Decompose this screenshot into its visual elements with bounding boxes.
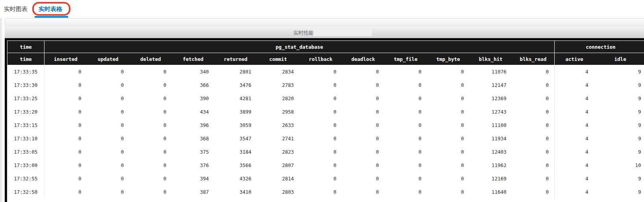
cell-tmp_byte: 0 (427, 145, 470, 158)
cell-deadlock: 0 (342, 132, 385, 145)
table-row: 17:33:2500039042812820000012369049 (7, 92, 644, 105)
cell-tmp_file: 0 (385, 185, 427, 198)
cell-fetched: 375 (172, 145, 215, 158)
cell-time: 17:33:10 (7, 132, 44, 145)
cell-active: 4 (555, 65, 594, 78)
column-header-deleted: deleted (130, 53, 172, 65)
header-column-row: timeinsertedupdateddeletedfetchedreturne… (7, 53, 644, 65)
cell-active: 4 (555, 105, 594, 118)
cell-blks_read: 0 (512, 132, 555, 145)
cell-commit: 2823 (257, 145, 300, 158)
cell-idle: 9 (594, 145, 644, 158)
cell-fetched: 394 (172, 172, 215, 185)
cell-returned: 3059 (215, 118, 257, 132)
cell-idle: 9 (594, 105, 644, 118)
tab-realtime-chart[interactable]: 实时图表 (4, 6, 28, 13)
cell-rollback: 0 (300, 172, 342, 185)
cell-tmp_file: 0 (385, 172, 427, 185)
panel-title: 实时性能 (293, 29, 314, 37)
panel-header: 实时性能 (5, 26, 644, 38)
cell-returned: 3476 (215, 78, 257, 92)
panel-header-highlight (313, 29, 372, 36)
cell-active: 4 (555, 78, 594, 92)
cell-commit: 2820 (257, 92, 300, 105)
cell-tmp_byte: 0 (427, 92, 470, 105)
cell-returned: 3547 (215, 132, 257, 145)
cell-tmp_file: 0 (385, 145, 427, 158)
cell-inserted: 0 (44, 78, 87, 92)
cell-deleted: 0 (130, 158, 172, 172)
cell-updated: 0 (87, 92, 130, 105)
cell-deadlock: 0 (342, 172, 385, 185)
cell-returned: 2801 (215, 65, 257, 78)
cell-deadlock: 0 (342, 145, 385, 158)
performance-panel: 实时性能 timepg_stat_databaseconnectiontimei… (5, 18, 644, 202)
cell-inserted: 0 (44, 105, 87, 118)
cell-commit: 2783 (257, 78, 300, 92)
cell-tmp_byte: 0 (427, 172, 470, 185)
cell-returned: 4326 (215, 172, 257, 185)
column-header-idle: idle (594, 53, 644, 65)
cell-tmp_file: 0 (385, 158, 427, 172)
column-header-deadlock: deadlock (342, 53, 385, 65)
cell-deleted: 0 (130, 172, 172, 185)
cell-updated: 0 (87, 158, 130, 172)
cell-tmp_file: 0 (385, 105, 427, 118)
cell-blks_hit: 12169 (470, 172, 512, 185)
cell-blks_read: 0 (512, 145, 555, 158)
cell-fetched: 368 (172, 132, 215, 145)
cell-blks_read: 0 (512, 92, 555, 105)
cell-blks_hit: 12743 (470, 105, 512, 118)
cell-blks_read: 0 (512, 105, 555, 118)
table-row: 17:32:5500039443262814000012169049 (7, 172, 644, 185)
cell-time: 17:33:05 (7, 145, 44, 158)
cell-returned: 3184 (215, 145, 257, 158)
group-header-time: time (7, 41, 44, 53)
cell-blks_hit: 11100 (470, 118, 512, 132)
cell-updated: 0 (87, 118, 130, 132)
cell-blks_hit: 11640 (470, 185, 512, 198)
cell-deleted: 0 (130, 65, 172, 78)
cell-idle: 9 (594, 172, 644, 185)
cell-time: 17:33:30 (7, 78, 44, 92)
cell-rollback: 0 (300, 105, 342, 118)
cell-tmp_byte: 0 (427, 158, 470, 172)
cell-time: 17:32:55 (7, 172, 44, 185)
cell-tmp_byte: 0 (427, 78, 470, 92)
cell-blks_read: 0 (512, 158, 555, 172)
table-row: 17:32:5000038734102803000011640049 (7, 185, 644, 198)
cell-fetched: 340 (172, 65, 215, 78)
table-head: timepg_stat_databaseconnectiontimeinsert… (7, 41, 644, 65)
cell-tmp_file: 0 (385, 118, 427, 132)
cell-returned: 3410 (215, 185, 257, 198)
cell-deadlock: 0 (342, 158, 385, 172)
cell-commit: 2958 (257, 105, 300, 118)
cell-deadlock: 0 (342, 65, 385, 78)
cell-deleted: 0 (130, 118, 172, 132)
table-row: 17:33:1500039630592633000011100049 (7, 118, 644, 132)
cell-active: 4 (555, 158, 594, 172)
cell-updated: 0 (87, 145, 130, 158)
tab-realtime-table[interactable]: 实时表格 (39, 6, 62, 13)
cell-inserted: 0 (44, 132, 87, 145)
cell-inserted: 0 (44, 145, 87, 158)
cell-blks_read: 0 (512, 78, 555, 92)
cell-blks_hit: 11076 (470, 65, 512, 78)
cell-idle: 9 (594, 78, 644, 92)
cell-updated: 0 (87, 185, 130, 198)
cell-commit: 2814 (257, 172, 300, 185)
table-row: 17:33:3500034028012834000011076049 (7, 65, 644, 78)
cell-deleted: 0 (130, 132, 172, 145)
cell-blks_hit: 11962 (470, 158, 512, 172)
cell-deleted: 0 (130, 145, 172, 158)
cell-updated: 0 (87, 172, 130, 185)
window-edge-gutter (0, 18, 2, 202)
cell-time: 17:33:20 (7, 105, 44, 118)
table-row: 17:33:0500037531842823000012403049 (7, 145, 644, 158)
cell-deadlock: 0 (342, 105, 385, 118)
cell-active: 4 (555, 145, 594, 158)
cell-updated: 0 (87, 78, 130, 92)
cell-returned: 4281 (215, 92, 257, 105)
cell-inserted: 0 (44, 92, 87, 105)
header-group-row: timepg_stat_databaseconnection (7, 41, 644, 53)
